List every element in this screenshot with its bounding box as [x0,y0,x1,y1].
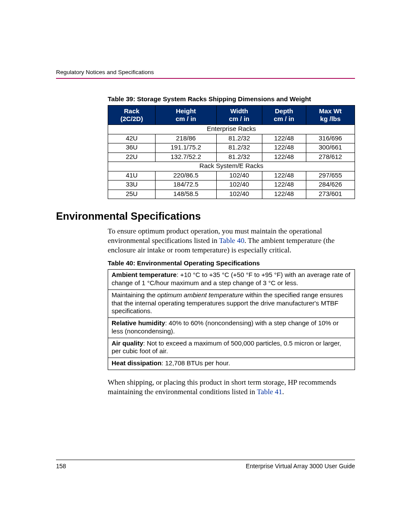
page: Regulatory Notices and Specifications Ta… [0,0,411,532]
cell: 278/612 [306,152,355,162]
cell: 41U [108,171,156,180]
cell: 184/72.5 [156,180,216,190]
footer: 158 Enterprise Virtual Array 3000 User G… [56,460,355,470]
row-air: Air quality: Not to exceed a maximum of … [108,338,355,358]
env-content: To ensure optimum product operation, you… [108,227,355,397]
col-rack: Rack(2C/2D) [108,106,156,125]
cell: 102/40 [216,190,262,199]
doc-title: Enterprise Virtual Array 3000 User Guide [246,463,355,470]
cell: 81.2/32 [216,152,262,162]
cell: 300/661 [306,143,355,153]
table-row: 25U 148/58.5 102/40 122/48 273/601 [108,190,355,199]
text: Maintaining the [112,291,157,299]
text: : 12,708 BTUs per hour. [162,359,230,367]
heat-dissipation-label: Heat dissipation [112,359,162,367]
cell: Air quality: Not to exceed a maximum of … [108,338,355,358]
col-depth: Depthcm / in [262,106,306,125]
relative-humidity-label: Relative humidity [112,319,165,327]
cell: 132.7/52.2 [156,152,216,162]
cell: 273/601 [306,190,355,199]
table-row: 41U 220/86.5 102/40 122/48 297/655 [108,171,355,180]
row-maintain: Maintaining the optimum ambient temperat… [108,289,355,317]
table39: Rack(2C/2D) Heightcm / in Widthcm / in D… [108,105,355,199]
table-row: 33U 184/72.5 102/40 122/48 284/626 [108,180,355,190]
table39-caption: Table 39: Storage System Racks Shipping … [108,95,355,103]
shipping-paragraph: When shipping, or placing this product i… [108,378,355,397]
text: : Not to exceed a maximum of 500,000 par… [112,339,341,355]
cell: 122/48 [262,143,306,153]
cell: 102/40 [216,171,262,180]
air-quality-label: Air quality [112,339,143,347]
table40-link[interactable]: Table 40 [219,236,244,245]
page-number: 158 [56,463,66,470]
cell: 25U [108,190,156,199]
table-row: 36U 191.1/75.2 81.2/32 122/48 300/661 [108,143,355,153]
text: When shipping, or placing this product i… [108,378,336,396]
cell: 81.2/32 [216,143,262,153]
table39-header-row: Rack(2C/2D) Heightcm / in Widthcm / in D… [108,106,355,125]
col-height: Heightcm / in [156,106,216,125]
cell: 191.1/75.2 [156,143,216,153]
cell: Maintaining the optimum ambient temperat… [108,289,355,317]
optimum-ambient-temp: optimum ambient temperature [157,291,243,299]
col-maxwt: Max Wtkg /lbs [306,106,355,125]
cell: 122/48 [262,190,306,199]
table-section-row: Enterprise Racks [108,125,355,134]
cell: 36U [108,143,156,153]
cell: 22U [108,152,156,162]
col-width: Widthcm / in [216,106,262,125]
table40-caption: Table 40: Environmental Operating Specif… [108,259,355,267]
cell: Relative humidity: 40% to 60% (nonconden… [108,318,355,338]
environmental-specifications-heading: Environmental Specifications [56,210,355,222]
cell: 220/86.5 [156,171,216,180]
table40: Ambient temperature: +10 °C to +35 °C (+… [108,269,355,370]
table-section-row: Rack System/E Racks [108,162,355,171]
ambient-temp-label: Ambient temperature [112,271,177,278]
cell: 102/40 [216,180,262,190]
cell: Heat dissipation: 12,708 BTUs per hour. [108,358,355,370]
cell: 148/58.5 [156,190,216,199]
table39-block: Table 39: Storage System Racks Shipping … [108,95,355,199]
cell: 316/696 [306,134,355,143]
section-racksystem: Rack System/E Racks [108,162,355,171]
cell: 42U [108,134,156,143]
cell: 284/626 [306,180,355,190]
cell: Ambient temperature: +10 °C to +35 °C (+… [108,270,355,290]
cell: 122/48 [262,134,306,143]
cell: 218/86 [156,134,216,143]
table-row: 22U 132.7/52.2 81.2/32 122/48 278/612 [108,152,355,162]
cell: 81.2/32 [216,134,262,143]
section-enterprise: Enterprise Racks [108,125,355,134]
env-intro-paragraph: To ensure optimum product operation, you… [108,227,355,255]
cell: 122/48 [262,180,306,190]
running-header: Regulatory Notices and Specifications [56,69,355,79]
cell: 122/48 [262,171,306,180]
table-row: 42U 218/86 81.2/32 122/48 316/696 [108,134,355,143]
cell: 297/655 [306,171,355,180]
cell: 33U [108,180,156,190]
cell: 122/48 [262,152,306,162]
row-ambient: Ambient temperature: +10 °C to +35 °C (+… [108,270,355,290]
text: . [282,388,284,396]
row-humidity: Relative humidity: 40% to 60% (nonconden… [108,318,355,338]
table41-link[interactable]: Table 41 [257,388,282,396]
row-heat: Heat dissipation: 12,708 BTUs per hour. [108,358,355,370]
